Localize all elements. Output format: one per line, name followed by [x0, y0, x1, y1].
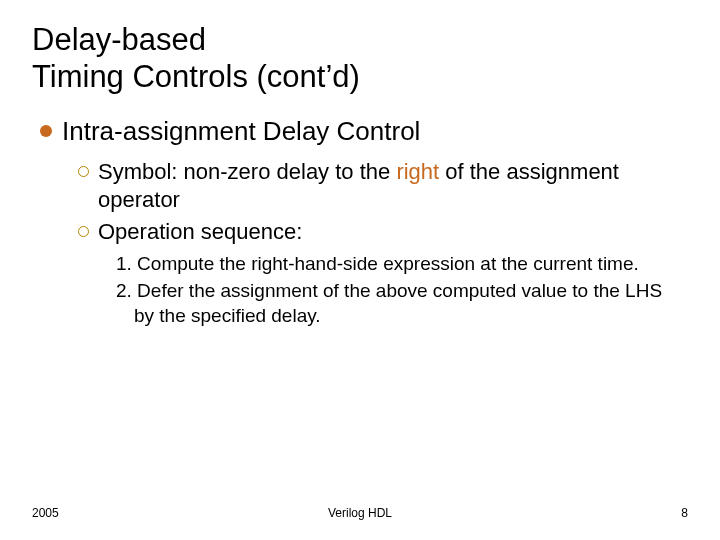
slide-title: Delay-based Timing Controls (cont’d): [32, 22, 688, 95]
bullet-level2-text: Symbol: non-zero delay to the right of t…: [98, 158, 688, 214]
l2-prefix: Operation sequence:: [98, 219, 302, 244]
title-line-2: Timing Controls (cont’d): [32, 59, 360, 94]
numbered-item: 2. Defer the assignment of the above com…: [116, 279, 676, 328]
numbered-list: 1. Compute the right-hand-side expressio…: [116, 252, 688, 328]
slide-footer: 2005 Verilog HDL 8: [0, 506, 720, 520]
numbered-item: 1. Compute the right-hand-side expressio…: [116, 252, 676, 277]
footer-title: Verilog HDL: [328, 506, 392, 520]
bullet-level2-text: Operation sequence:: [98, 218, 302, 246]
bullet-level1-text: Intra-assignment Delay Control: [62, 115, 420, 148]
ring-bullet-icon: [78, 166, 89, 177]
bullet-level2: Operation sequence:: [78, 218, 688, 246]
l2-accent: right: [396, 159, 439, 184]
bullet-level2: Symbol: non-zero delay to the right of t…: [78, 158, 688, 214]
bullet-level1: Intra-assignment Delay Control: [40, 115, 688, 148]
footer-year: 2005: [32, 506, 59, 520]
title-line-1: Delay-based: [32, 22, 206, 57]
l2-prefix: Symbol: non-zero delay to the: [98, 159, 396, 184]
footer-page-number: 8: [681, 506, 688, 520]
disc-bullet-icon: [40, 125, 52, 137]
ring-bullet-icon: [78, 226, 89, 237]
